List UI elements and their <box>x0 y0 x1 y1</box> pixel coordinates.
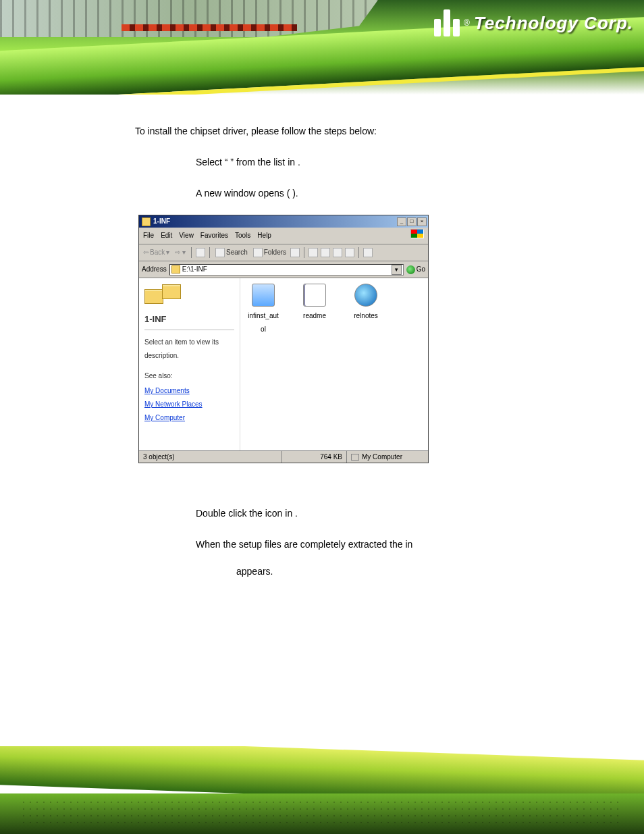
file-item[interactable]: relnotes <box>350 284 382 336</box>
step-4-mid: in <box>406 539 413 550</box>
up-button[interactable] <box>196 248 205 257</box>
step-2-pre: A new window opens ( <box>196 188 290 199</box>
link-my-computer[interactable]: My Computer <box>144 411 234 425</box>
header-accent-strip <box>122 24 297 31</box>
left-pane-title: 1-INF <box>144 311 234 330</box>
step-4: When the setup files are completely extr… <box>135 535 597 581</box>
window-title: 1-INF <box>153 215 397 228</box>
menu-view[interactable]: View <box>179 229 194 242</box>
link-my-documents[interactable]: My Documents <box>144 384 234 398</box>
intro-text: To install the chipset driver, please fo… <box>135 122 597 140</box>
icon-grid: infinst_autol readme relnotes <box>247 284 421 336</box>
window-icon <box>142 217 151 226</box>
address-label: Address <box>142 263 167 276</box>
folders-label: Folders <box>264 246 286 259</box>
back-button[interactable]: ⇦ Back ▾ <box>142 246 171 259</box>
window-titlebar: 1-INF _ □ × <box>139 215 428 228</box>
window-buttons: _ □ × <box>397 217 427 226</box>
back-label: Back <box>150 246 165 259</box>
menu-tools[interactable]: Tools <box>235 229 250 242</box>
step-3-pre: Double click the <box>196 508 265 519</box>
history-button[interactable] <box>290 248 300 257</box>
file-list-pane: infinst_autol readme relnotes <box>240 278 428 450</box>
left-pane-description: Select an item to view its description. <box>144 336 234 363</box>
views-button[interactable] <box>363 248 373 257</box>
step-3: Double click the icon in . <box>135 504 597 523</box>
menu-help[interactable]: Help <box>257 229 271 242</box>
explorer-window: 1-INF _ □ × File Edit View Favorites Too… <box>138 215 429 463</box>
folders-button[interactable]: Folders <box>252 246 288 259</box>
step-2: A new window opens ( ). <box>135 184 597 203</box>
toolbar-separator <box>191 247 192 258</box>
see-also-label: See also: <box>144 369 234 383</box>
toolbar: ⇦ Back ▾ ⇨ ▾ Search Folders <box>139 244 428 261</box>
step-1: Select “ ” from the list in . <box>135 153 597 172</box>
logo-mark <box>434 9 460 36</box>
step-4-pre: When the setup files are completely extr… <box>196 539 406 550</box>
minimize-button[interactable]: _ <box>397 217 406 226</box>
address-field[interactable]: E:\1-INF ▼ <box>169 264 404 276</box>
search-label: Search <box>226 246 248 259</box>
search-icon <box>215 248 225 257</box>
go-label: Go <box>417 263 425 276</box>
status-location: My Computer <box>347 451 428 463</box>
step-2-end: ). <box>292 188 298 199</box>
go-icon <box>406 265 415 274</box>
menu-edit[interactable]: Edit <box>161 229 172 242</box>
status-object-count: 3 object(s) <box>139 451 282 463</box>
left-pane-folder-art <box>144 282 234 307</box>
step-1-end: . <box>298 157 300 167</box>
document-body: To install the chipset driver, please fo… <box>0 95 644 581</box>
maximize-button[interactable]: □ <box>407 217 417 226</box>
forward-button[interactable]: ⇨ ▾ <box>173 246 187 259</box>
file-label: infinst_autol <box>247 309 279 336</box>
delete-button[interactable] <box>333 248 342 257</box>
go-button[interactable]: Go <box>406 263 425 276</box>
brand-logo: ® Technology Corp. <box>434 9 633 36</box>
page-header: ® Technology Corp. <box>0 0 644 95</box>
html-file-icon <box>354 284 377 307</box>
exe-icon <box>252 284 275 307</box>
file-label: relnotes <box>350 309 382 323</box>
file-label: readme <box>298 309 331 323</box>
my-computer-icon <box>351 454 359 461</box>
file-item[interactable]: readme <box>298 284 331 336</box>
close-button[interactable]: × <box>417 217 427 226</box>
address-dropdown[interactable]: ▼ <box>392 265 402 275</box>
address-value: E:\1-INF <box>182 263 207 276</box>
copy-to-button[interactable] <box>321 248 330 257</box>
status-bar: 3 object(s) 764 KB My Computer <box>139 450 428 463</box>
toolbar-separator <box>358 247 359 258</box>
step-1-pre: Select “ <box>196 157 227 167</box>
link-my-network-places[interactable]: My Network Places <box>144 398 234 411</box>
menu-file[interactable]: File <box>143 229 154 242</box>
footer-dot-pattern <box>20 799 624 829</box>
folders-icon <box>253 248 263 257</box>
undo-button[interactable] <box>345 248 354 257</box>
toolbar-separator <box>209 247 210 258</box>
menu-bar: File Edit View Favorites Tools Help <box>139 228 428 244</box>
status-size: 764 KB <box>282 451 347 463</box>
left-info-pane: 1-INF Select an item to view its descrip… <box>139 278 240 450</box>
file-item[interactable]: infinst_autol <box>247 284 279 336</box>
explorer-body: 1-INF Select an item to view its descrip… <box>139 278 428 450</box>
move-to-button[interactable] <box>308 248 318 257</box>
step-3-mid: icon in <box>265 508 295 519</box>
step-1-mid: ” from the list in <box>230 157 298 167</box>
step-4-line2: appears. <box>236 566 273 577</box>
search-button[interactable]: Search <box>214 246 249 259</box>
status-location-text: My Computer <box>362 450 402 464</box>
text-file-icon <box>303 284 326 307</box>
windows-flag-icon <box>410 229 424 238</box>
page-footer <box>0 746 644 834</box>
menu-favorites[interactable]: Favorites <box>200 229 228 242</box>
address-folder-icon <box>171 265 180 273</box>
header-circuit-art <box>0 0 378 37</box>
step-3-end: . <box>295 508 298 519</box>
toolbar-separator <box>304 247 304 258</box>
brand-text: Technology Corp. <box>474 13 633 34</box>
registered-mark: ® <box>464 18 470 28</box>
address-bar: Address E:\1-INF ▼ Go <box>139 261 428 278</box>
